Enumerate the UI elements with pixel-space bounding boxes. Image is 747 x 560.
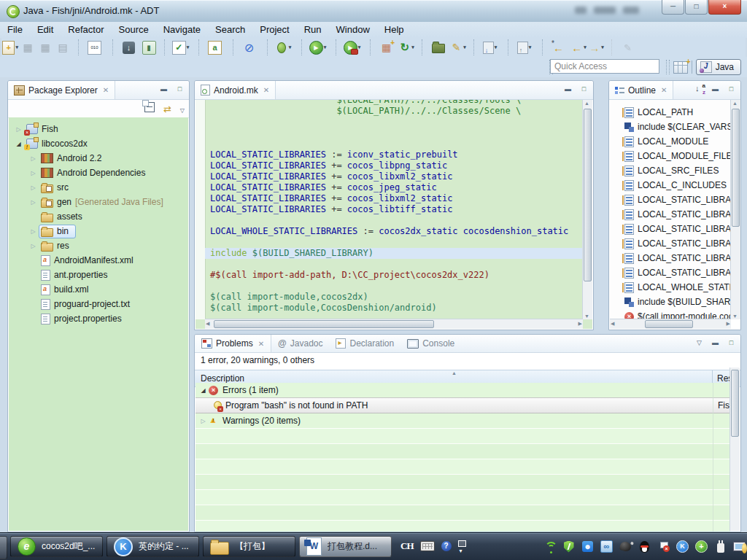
tree-item[interactable]: assets <box>9 209 188 224</box>
help-icon[interactable]: ? <box>441 541 452 551</box>
close-tab-icon[interactable]: ✕ <box>258 340 264 348</box>
mark-occurrences-button[interactable]: ▾ <box>450 39 466 55</box>
outline-item[interactable]: $(call import-module,cocos2dx) <box>610 309 730 319</box>
code-line[interactable]: $(call import-module,CocosDenshion/andro… <box>210 303 583 314</box>
save-all-button[interactable]: ▾ <box>37 39 53 55</box>
outline-item[interactable]: LOCAL_STATIC_LIBRARIES <box>610 251 730 265</box>
wifi-tray-icon[interactable] <box>543 540 556 553</box>
open-perspective-button[interactable] <box>673 61 688 74</box>
code-line[interactable]: include $(BUILD_SHARED_LIBRARY) <box>205 248 583 259</box>
code-line[interactable] <box>210 237 583 248</box>
clipped-tray-icon[interactable] <box>742 542 747 554</box>
scrollbar-thumb[interactable] <box>731 370 739 437</box>
tree-expander-icon[interactable] <box>28 184 39 191</box>
menu-item[interactable]: Project <box>252 22 296 35</box>
tree-expander-icon[interactable] <box>28 155 39 162</box>
scrollbar-thumb[interactable] <box>645 320 693 328</box>
taskbar-button-word[interactable]: 打包教程.d... <box>299 536 392 557</box>
toolbar-drag-handle[interactable] <box>666 60 670 74</box>
problems-group-warnings[interactable]: Warnings (20 items) <box>196 413 730 428</box>
tab-outline[interactable]: Outline ✕ <box>609 81 673 99</box>
tab-javadoc[interactable]: Javadoc <box>271 335 329 352</box>
back-button[interactable]: ▾ <box>570 39 587 55</box>
tree-expander-icon[interactable] <box>28 228 39 235</box>
code-line[interactable]: LOCAL_STATIC_LIBRARIES += cocos_jpeg_sta… <box>210 182 583 193</box>
problems-vertical-scrollbar[interactable] <box>729 368 740 531</box>
outline-item[interactable]: LOCAL_STATIC_LIBRARIES <box>610 192 730 207</box>
refresh-c-button[interactable]: ▾ <box>398 39 414 55</box>
pin-editor-button[interactable]: ▾ <box>611 39 638 55</box>
tab-package-explorer[interactable]: Package Explorer ✕ <box>8 81 115 99</box>
menu-item[interactable]: Window <box>329 22 377 35</box>
keyboard-icon[interactable] <box>420 541 435 551</box>
tab-android-mk[interactable]: Android.mk ✕ <box>195 81 276 99</box>
tree-item[interactable]: Android 2.2 <box>9 151 188 166</box>
outline-item[interactable]: LOCAL_WHOLE_STATIC_LIBRARIES <box>610 280 730 295</box>
empty-table-row[interactable] <box>196 474 730 489</box>
code-line[interactable]: LOCAL_STATIC_LIBRARIES += cocos_libpng_s… <box>210 160 583 171</box>
lint-button[interactable]: ▾ <box>233 39 260 55</box>
tree-item[interactable]: res <box>9 238 188 253</box>
code-line[interactable]: $(LOCAL_PATH)/../../Classes/Tools \ <box>210 100 583 106</box>
code-line[interactable] <box>210 281 583 292</box>
outline-item[interactable]: LOCAL_PATH <box>610 105 730 120</box>
code-line[interactable]: $(LOCAL_PATH)/../../Classes/Scene \ <box>210 106 583 117</box>
tree-expander-icon[interactable] <box>13 126 24 133</box>
previous-annotation-button[interactable]: ▾ <box>508 39 535 55</box>
outline-item[interactable]: include $(CLEAR_VARS) <box>610 120 730 134</box>
annotation-ruler[interactable] <box>196 100 206 319</box>
action-center-tray-icon[interactable] <box>657 540 670 553</box>
tree-expander-icon[interactable] <box>28 243 39 249</box>
java-perspective-button[interactable]: Java <box>696 59 741 75</box>
quick-access-input[interactable] <box>550 59 659 74</box>
code-line[interactable]: LOCAL_STATIC_LIBRARIES := iconv_static_p… <box>210 149 583 160</box>
empty-table-row[interactable] <box>196 489 730 505</box>
view-menu-button[interactable]: ▽ <box>693 338 705 349</box>
tree-expander-icon[interactable] <box>28 199 39 206</box>
maximize-view-button[interactable]: □ <box>578 84 590 95</box>
satellite-tray-icon[interactable] <box>619 540 632 553</box>
taskbar-button-k-app[interactable]: 英的约定 - ... <box>107 536 199 557</box>
verify-checkbox-button[interactable]: ▾ <box>164 39 191 55</box>
menu-item[interactable]: Search <box>208 22 252 35</box>
problems-group-errors[interactable]: Errors (1 item) <box>196 383 730 397</box>
avd-manager-button[interactable]: ▾ <box>141 39 157 55</box>
tree-expander-icon[interactable] <box>28 170 39 176</box>
empty-table-row[interactable] <box>196 428 730 443</box>
run-button[interactable]: ▾ <box>301 39 328 55</box>
close-tab-icon[interactable]: ✕ <box>103 86 109 94</box>
outline-vertical-scrollbar[interactable] <box>730 100 740 319</box>
tree-item[interactable]: ant.properties <box>9 268 188 282</box>
k-app-tray-icon[interactable] <box>676 540 689 553</box>
code-line[interactable] <box>210 139 583 149</box>
editor-vertical-scrollbar[interactable] <box>582 100 592 319</box>
problem-row-bash-error[interactable]: Program "bash" is not found in PATH Fish <box>196 397 730 413</box>
language-indicator[interactable]: CH <box>400 540 414 552</box>
tree-expander-icon[interactable] <box>13 141 24 147</box>
open-type-button[interactable]: ▾ <box>422 39 449 55</box>
outline-item[interactable]: LOCAL_SRC_FILES <box>610 163 730 178</box>
menu-item[interactable]: Navigate <box>156 22 208 35</box>
taskbar-button-clipped[interactable] <box>0 536 7 559</box>
outline-item[interactable]: LOCAL_STATIC_LIBRARIES <box>610 265 730 280</box>
minimize-view-button[interactable]: ▬ <box>709 84 721 95</box>
menu-item[interactable]: Run <box>297 22 329 35</box>
outline-item[interactable]: LOCAL_MODULE_FILENAME <box>610 149 730 163</box>
shield-tray-icon[interactable] <box>562 540 575 553</box>
maximize-view-button[interactable]: □ <box>725 338 738 349</box>
new-junit-button[interactable]: ▾ <box>370 39 397 55</box>
forward-button[interactable]: ▾ <box>588 39 604 55</box>
empty-table-row[interactable] <box>196 520 730 532</box>
next-annotation-button[interactable]: ▾ <box>473 39 500 55</box>
taskbar-button-browser[interactable]: cocos2d吧_... <box>10 536 103 557</box>
code-line[interactable] <box>210 117 583 128</box>
code-line[interactable]: LOCAL_STATIC_LIBRARIES += cocos_libtiff_… <box>210 204 583 215</box>
code-line[interactable] <box>210 259 583 270</box>
code-line[interactable] <box>210 128 583 139</box>
outline-horizontal-scrollbar[interactable] <box>610 319 731 329</box>
empty-table-row[interactable] <box>196 505 730 520</box>
scrollbar-thumb[interactable] <box>584 109 592 281</box>
maximize-window-button[interactable]: □ <box>685 0 708 15</box>
column-description[interactable]: Description <box>201 373 244 384</box>
empty-table-row[interactable] <box>196 459 730 474</box>
